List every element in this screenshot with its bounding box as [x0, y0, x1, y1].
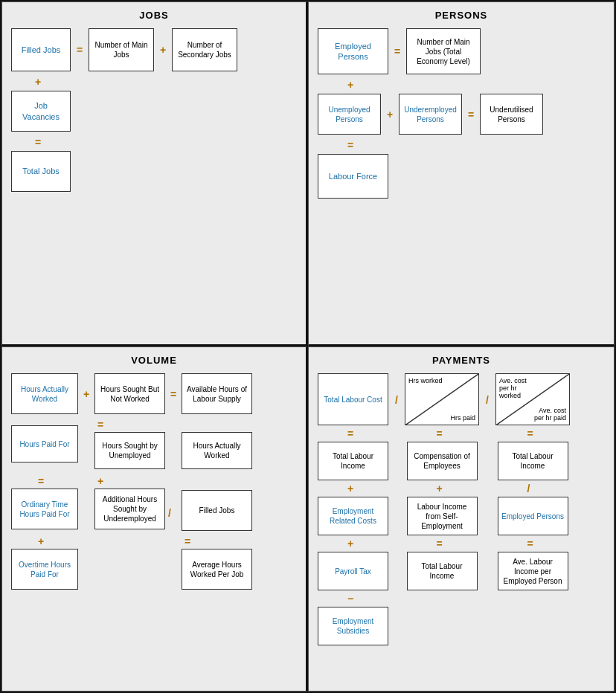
equals-op1: =	[74, 44, 86, 56]
equals-op2: =	[11, 136, 71, 148]
persons-plus-row: +	[318, 79, 605, 91]
number-main-jobs-box: Number of Main Jobs	[89, 28, 154, 71]
ave-cost-hr-worked-label: Ave. cost per hr worked	[499, 377, 536, 399]
jobs-eq-row: =	[11, 136, 297, 148]
employed-persons-box: Employed Persons	[318, 28, 388, 74]
labour-force-box: Labour Force	[318, 154, 388, 199]
jobs-quadrant: JOBS Filled Jobs = Number of Main Jobs +…	[1, 1, 308, 346]
volume-quadrant: VOLUME Hours Actually Worked + Hours Sou…	[1, 346, 308, 692]
total-jobs-box: Total Jobs	[11, 151, 71, 192]
equals-pay2: =	[407, 428, 478, 439]
total-labour-income1-box: Total Labour Income	[318, 442, 388, 480]
persons-row3: Labour Force	[318, 154, 605, 199]
hours-paid-for-box: Hours Paid For	[11, 425, 78, 462]
persons-row2: Unemployed Persons + Underemployed Perso…	[318, 94, 605, 135]
equals-pay5: =	[498, 538, 568, 549]
number-secondary-jobs-box: Number of Secondary Jobs	[172, 28, 237, 71]
vol-row1: Hours Actually Worked + Hours Sought But…	[11, 373, 252, 414]
underemployed-persons-box: Underemployed Persons	[399, 94, 462, 135]
compensation-employees-box: Compensation of Employees	[407, 442, 478, 480]
hours-actually-worked-box: Hours Actually Worked	[11, 373, 78, 414]
total-labour-cost-box: Total Labour Cost	[318, 373, 388, 425]
persons-title: PERSONS	[318, 10, 605, 21]
persons-main-jobs-box: Number of Main Jobs (Total Economy Level…	[406, 28, 481, 74]
employment-subsidies-box: Employment Subsidies	[318, 607, 388, 645]
equals-pay4: =	[498, 428, 568, 439]
total-labour-income3-box: Total Labour Income	[407, 552, 478, 590]
divide-pay3: /	[498, 483, 568, 494]
job-vacancies-box: Job Vacancies	[11, 91, 71, 132]
volume-title: VOLUME	[11, 355, 297, 366]
vol-row3: = Ordinary Time Hours Paid For + Additio…	[11, 474, 252, 531]
hrs-worked-label: Hrs worked	[408, 377, 443, 384]
employment-related-box: Employment Related Costs	[318, 497, 388, 535]
divide-pay1: /	[391, 394, 402, 406]
jobs-row3: Total Jobs	[11, 151, 297, 192]
overtime-box: Overtime Hours Paid For	[11, 549, 78, 590]
equals-p3: =	[318, 139, 388, 151]
plus-p2: +	[384, 109, 396, 120]
persons-quadrant: PERSONS Employed Persons = Number of Mai…	[308, 1, 615, 346]
minus-pay1: −	[318, 593, 388, 605]
plus-v3: +	[11, 535, 78, 547]
total-labour-income2-box: Total Labour Income	[498, 442, 568, 480]
payments-quadrant: PAYMENTS Total Labour Cost = Total Labou…	[308, 346, 615, 692]
equals-pay3: =	[407, 538, 478, 549]
vol-row4: + Overtime Hours Paid For = Average Hour…	[11, 535, 252, 590]
employed-persons-pay-box: Employed Persons	[498, 497, 568, 535]
equals-pay1: =	[318, 428, 388, 439]
plus-pay2: +	[318, 538, 388, 549]
ave-labour-income-box: Ave. Labour Income per Employed Person	[498, 552, 568, 590]
plus-op1: +	[157, 44, 169, 56]
plus-op2: +	[11, 76, 71, 88]
equals-v4: =	[182, 535, 252, 547]
jobs-title: JOBS	[11, 10, 297, 21]
equals-v1: =	[168, 388, 179, 400]
persons-eq-row: =	[318, 139, 605, 151]
jobs-row1: Filled Jobs = Number of Main Jobs + Numb…	[11, 28, 297, 71]
ave-cost-hr-paid-label: Ave. cost per hr paid	[529, 407, 566, 422]
hours-sought-not-worked-box: Hours Sought But Not Worked	[94, 373, 165, 414]
plus-v2: +	[94, 475, 165, 487]
jobs-plus-row: +	[11, 76, 297, 88]
ordinary-time-box: Ordinary Time Hours Paid For	[11, 489, 78, 529]
plus-pay3: +	[407, 483, 478, 494]
hrs-paid-label: Hrs paid	[450, 414, 475, 422]
additional-hours-box: Additional Hours Sought by Underemployed	[94, 489, 165, 529]
diagonal-box: Hrs worked Hrs paid	[405, 373, 479, 425]
hours-sought-unemployed-box: Hours Sought by Unemployed	[94, 432, 165, 469]
equals-p2: =	[465, 109, 477, 120]
main-grid: JOBS Filled Jobs = Number of Main Jobs +…	[0, 0, 616, 693]
vol-row2: Hours Paid For = Hours Sought by Unemplo…	[11, 419, 252, 469]
unemployed-persons-box: Unemployed Persons	[318, 94, 381, 135]
equals-v2: =	[94, 419, 165, 431]
payroll-tax-box: Payroll Tax	[318, 552, 388, 590]
jobs-row2: Job Vacancies	[11, 91, 297, 132]
hours-actually-worked2-box: Hours Actually Worked	[182, 432, 252, 469]
underutilised-persons-box: Underutilised Persons	[480, 94, 543, 135]
divide-pay2: /	[482, 394, 493, 406]
equals-v3: =	[11, 475, 78, 487]
filled-jobs-vol-box: Filled Jobs	[182, 490, 252, 531]
available-hours-box: Available Hours of Labour Supply	[182, 373, 252, 414]
labour-income-self-box: Labour Income from Self-Employment	[407, 497, 478, 535]
plus-v1: +	[81, 388, 92, 400]
average-hours-box: Average Hours Worked Per Job	[182, 549, 252, 590]
payments-title: PAYMENTS	[318, 355, 605, 366]
diagonal-box2: Ave. cost per hr worked Ave. cost per hr…	[495, 373, 570, 425]
plus-p1: +	[318, 79, 388, 91]
equals-p1: =	[391, 45, 403, 57]
filled-jobs-box: Filled Jobs	[11, 28, 71, 71]
plus-pay1: +	[318, 483, 388, 494]
persons-row1: Employed Persons = Number of Main Jobs (…	[318, 28, 605, 74]
